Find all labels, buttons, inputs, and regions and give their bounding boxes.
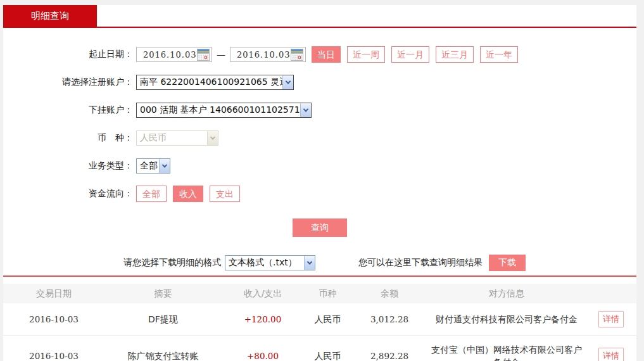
biz-type-select[interactable]: 全部 [136,158,170,174]
registered-account-label: 请选择注册账户： [3,77,136,88]
quick-range-today-button[interactable]: 当日 [312,46,341,63]
header-amount: 收入/支出 [222,284,304,303]
detail-button[interactable]: 详情 [598,348,624,361]
cell-date: 2016-10-03 [3,336,104,361]
registered-account-select[interactable]: 南平 6222001406100921065 灵通卡 [136,75,294,90]
content-panel: 明细查询 起止日期： 2016.10.03 [3,5,636,361]
cell-counterparty: 支付宝（中国）网络技术有限公司客户备付金 [427,336,586,361]
quick-range-week-button[interactable]: 近一周 [347,46,385,63]
calendar-icon[interactable] [291,49,303,61]
currency-label: 币 种： [3,132,136,144]
query-button[interactable]: 查询 [293,218,347,237]
quick-range-month-button[interactable]: 近一月 [391,46,429,63]
registered-account-value: 南平 6222001406100921065 灵通卡 [137,77,282,88]
flow-all-button[interactable]: 全部 [136,186,167,202]
sub-account-row: 下挂账户： 000 活期 基本户 1406600101102571848 [3,102,636,118]
currency-select: 人民币 [136,130,218,146]
download-hint: 您可以在这里下载查询明细结果 [358,257,483,269]
cell-currency: 人民币 [304,336,351,361]
chevron-down-icon [304,256,315,270]
cell-date: 2016-10-03 [3,303,104,336]
currency-row: 币 种： 人民币 [3,130,636,146]
sub-account-select[interactable]: 000 活期 基本户 1406600101102571848 [136,103,312,118]
fund-flow-row: 资金流向： 全部 收入 支出 [3,186,636,202]
download-button[interactable]: 下载 [489,255,526,271]
date-to-value: 2016.10.03 [237,50,290,60]
download-format-select[interactable]: 文本格式（.txt） [225,255,315,270]
quick-range-year-button[interactable]: 近一年 [480,46,518,63]
header-balance: 余额 [351,284,427,303]
date-range-label: 起止日期： [3,49,136,60]
biz-type-label: 业务类型： [3,160,136,172]
table-separator [3,276,636,277]
table-row: 2016-10-03 陈广锦支付宝转账 +80.00 人民币 2,892.28 … [3,336,636,361]
header-date: 交易日期 [3,284,104,303]
download-format-value: 文本格式（.txt） [225,257,304,269]
query-form: 起止日期： 2016.10.03 [3,28,636,237]
cell-balance: 2,892.28 [351,336,427,361]
cell-counterparty: 财付通支付科技有限公司客户备付金 [427,303,586,336]
currency-value: 人民币 [137,132,207,144]
quick-range-quarter-button[interactable]: 近三月 [436,46,474,63]
calendar-icon[interactable] [197,49,210,61]
date-range-dash: — [217,49,225,60]
table-row: 2016-10-03 DF提现 +120.00 人民币 3,012.28 财付通… [3,303,636,336]
chevron-down-icon [300,103,311,117]
table-header-row: 交易日期 摘要 收入/支出 币种 余额 对方信息 [3,284,636,303]
date-from-value: 2016.10.03 [143,50,196,60]
registered-account-row: 请选择注册账户： 南平 6222001406100921065 灵通卡 [3,74,636,91]
biz-type-value: 全部 [137,160,159,172]
date-to-input[interactable]: 2016.10.03 [230,47,306,62]
tab-detail-query[interactable]: 明细查询 [3,5,97,27]
header-summary: 摘要 [104,284,222,303]
detail-button[interactable]: 详情 [598,311,624,327]
header-counterparty: 对方信息 [427,284,586,303]
chevron-down-icon [282,75,293,89]
sub-account-value: 000 活期 基本户 1406600101102571848 [137,104,300,116]
chevron-down-icon [159,159,170,173]
tab-label: 明细查询 [31,10,69,22]
flow-expense-button[interactable]: 支出 [210,186,240,202]
fund-flow-label: 资金流向： [3,188,136,200]
cell-balance: 3,012.28 [351,303,427,336]
biz-type-row: 业务类型： 全部 [3,158,636,174]
chevron-down-icon [207,131,218,145]
cell-amount: +120.00 [222,303,304,336]
download-row: 请您选择下载明细的格式 文本格式（.txt） 您可以在这里下载查询明细结果 下载 [123,255,636,271]
cell-summary: 陈广锦支付宝转账 [104,336,222,361]
sub-account-label: 下挂账户： [3,104,136,116]
cell-summary: DF提现 [104,303,222,336]
date-from-input[interactable]: 2016.10.03 [136,47,212,62]
transactions-table: 交易日期 摘要 收入/支出 币种 余额 对方信息 2016-10-03 DF提现… [3,284,636,361]
date-range-row: 起止日期： 2016.10.03 [3,46,636,63]
cell-amount: +80.00 [222,336,304,361]
header-currency: 币种 [304,284,351,303]
cell-currency: 人民币 [304,303,351,336]
flow-income-button[interactable]: 收入 [173,186,203,202]
download-format-label: 请您选择下载明细的格式 [123,257,221,269]
header-action [586,284,636,303]
